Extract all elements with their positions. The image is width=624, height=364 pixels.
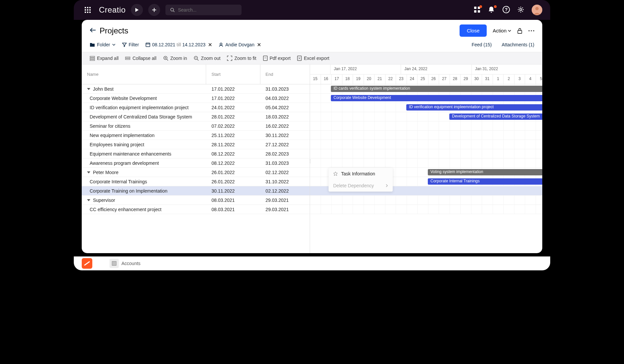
svg-rect-6 (85, 12, 86, 13)
row-start: 24.01.2022 (206, 105, 260, 110)
play-button[interactable] (131, 4, 143, 16)
row-start: 30.11.2022 (206, 188, 260, 194)
week-header: Jan 17, 2022 (331, 65, 401, 74)
gantt-bar[interactable]: Voting system implementation (428, 169, 542, 175)
day-header: 21 (375, 74, 385, 84)
close-button[interactable]: Close (460, 24, 487, 37)
chevron-down-icon[interactable] (87, 88, 90, 90)
row-start: 17.01.2022 (206, 86, 260, 92)
svg-rect-2 (89, 7, 91, 8)
table-row[interactable]: Corporate Training on Implementation30.1… (82, 186, 310, 196)
day-header: 31 (482, 74, 493, 84)
table-row[interactable]: Development of Centralized Data Storage … (82, 112, 310, 121)
accounts-dock-item[interactable]: Accounts (107, 257, 143, 269)
table-row[interactable]: Employees training project28.11.202227.1… (82, 140, 310, 149)
table-row[interactable]: Corporate Website Development17.01.20220… (82, 94, 310, 103)
svg-point-18 (535, 7, 539, 10)
svg-rect-7 (87, 12, 88, 13)
gantt-row: ID cards verification system implementat… (310, 84, 542, 94)
zoom-out-button[interactable]: Zoom out (194, 56, 220, 61)
row-name: Corporate Website Development (90, 96, 157, 101)
table-row[interactable]: New equipment implementation25.11.202230… (82, 131, 310, 140)
folder-filter[interactable]: Folder (90, 42, 115, 47)
settings-icon[interactable] (517, 6, 525, 14)
row-name: ID verification equipment impleemntation… (90, 105, 189, 110)
day-header: 17 (332, 74, 342, 84)
clear-date-filter-icon[interactable] (208, 43, 212, 47)
search-input[interactable] (165, 5, 242, 15)
add-button[interactable] (148, 4, 160, 16)
action-dropdown[interactable]: Action (493, 28, 511, 33)
gantt-bar[interactable]: Corporate Internal Trainings (428, 178, 542, 185)
row-name: John Best (93, 86, 113, 92)
gantt-bar[interactable]: ID verification equipment impleemntation… (406, 104, 542, 111)
table-row[interactable]: Supervisor08.03.202129.03.2021 (82, 196, 310, 205)
row-name: Seminar for citizens (90, 123, 130, 129)
row-start: 28.11.2022 (206, 142, 260, 147)
gantt-row (310, 205, 542, 214)
day-header: 16 (321, 74, 332, 84)
row-name: CC efficiency enhancement project (90, 207, 161, 212)
app-launcher-icon[interactable] (82, 4, 94, 16)
svg-rect-23 (146, 43, 150, 47)
row-start: 26.01.2022 (206, 179, 260, 184)
table-row[interactable]: Corporate Internal Trainings26.01.202231… (82, 177, 310, 186)
row-start: 26.01.2022 (206, 170, 260, 175)
zoom-in-button[interactable]: Zoom in (163, 56, 187, 61)
row-name: Peter Moore (93, 170, 118, 175)
row-start: 25.11.2022 (206, 133, 260, 138)
table-row[interactable]: John Best17.01.202231.03.2023 (82, 84, 310, 94)
gantt-bar[interactable]: ID cards verification system implementat… (331, 86, 542, 92)
day-header: 19 (353, 74, 364, 84)
notifications-icon[interactable] (488, 6, 496, 14)
table-row[interactable]: Equipment maintenance enhancements08.12.… (82, 149, 310, 159)
context-menu: Task Information Delete Dependency (329, 168, 393, 192)
logo: Creatio (99, 5, 126, 15)
zoom-to-fit-button[interactable]: Zoom to fit (227, 56, 256, 61)
row-end: 02.12.2022 (260, 170, 310, 175)
week-header: Jan 24, 2022 (401, 65, 471, 74)
filter-button[interactable]: Filter (122, 42, 139, 47)
day-header: 4 (525, 74, 536, 84)
row-end: 16.02.2022 (260, 123, 310, 129)
user-avatar[interactable] (532, 5, 542, 15)
back-arrow-icon[interactable] (90, 27, 96, 34)
svg-rect-1 (87, 7, 88, 8)
column-header-name: Name (82, 65, 206, 84)
table-row[interactable]: Awareness program development08.12.20223… (82, 159, 310, 168)
table-row[interactable]: Seminar for citizens07.02.202216.02.2022 (82, 121, 310, 131)
task-information-menuitem[interactable]: Task Information (329, 168, 393, 180)
home-dock-icon[interactable] (82, 258, 92, 269)
table-row[interactable]: ID verification equipment impleemntation… (82, 103, 310, 112)
row-end: 30.11.2022 (260, 133, 310, 138)
chevron-down-icon[interactable] (87, 171, 90, 173)
expand-all-button[interactable]: Expand all (90, 56, 118, 61)
lock-icon[interactable] (517, 28, 522, 34)
collapse-all-button[interactable]: Collapse all (125, 56, 156, 61)
excel-export-button[interactable]: Excel export (297, 56, 329, 61)
svg-point-21 (531, 30, 532, 31)
row-name: Supervisor (93, 198, 115, 203)
help-icon[interactable]: ? (503, 6, 511, 14)
svg-rect-27 (90, 60, 95, 61)
gantt-row (310, 159, 542, 168)
row-end: 31.10.2022 (260, 179, 310, 184)
svg-point-16 (520, 9, 522, 11)
pdf-export-button[interactable]: Pdf export (263, 56, 291, 61)
table-row[interactable]: CC efficiency enhancement project08.03.2… (82, 205, 310, 214)
table-row[interactable]: Peter Moore26.01.202202.12.2022 (82, 168, 310, 177)
row-end: 29.03.2021 (260, 198, 310, 203)
svg-rect-25 (90, 56, 95, 57)
gantt-row: Development of Centralized Data Storage … (310, 112, 542, 121)
date-filter-chip[interactable]: 08.12.2021 till 14.12.2023 (146, 42, 212, 47)
clear-owner-filter-icon[interactable] (257, 43, 261, 47)
day-header: 3 (514, 74, 525, 84)
more-icon[interactable] (528, 30, 534, 31)
chevron-down-icon[interactable] (87, 199, 90, 201)
feed-link[interactable]: Feed (15) (471, 42, 492, 47)
marketplace-icon[interactable] (473, 6, 481, 14)
gantt-bar[interactable]: Corporate Website Development (331, 95, 542, 101)
gantt-bar[interactable]: Development of Centralized Data Storage … (449, 114, 542, 120)
owner-filter-chip[interactable]: Andie Dovgan (219, 42, 261, 47)
attachments-link[interactable]: Attachments (1) (502, 42, 534, 47)
